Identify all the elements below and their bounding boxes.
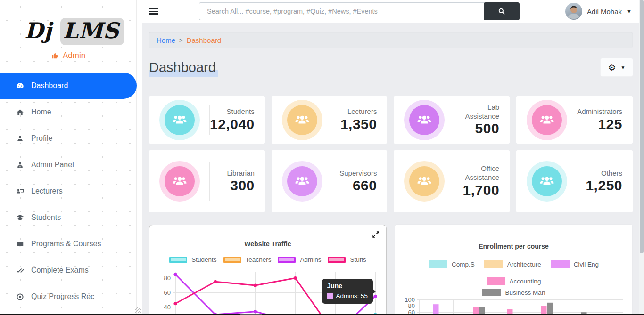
target-icon <box>16 292 25 301</box>
enrollment-card: Enrollment per course Comp.S Architectur… <box>395 225 632 315</box>
stat-value: 1,350 <box>332 116 377 132</box>
user-name: Adil Mohak <box>587 8 622 16</box>
sidebar-item-complete-exams[interactable]: Complete Exams <box>0 257 136 283</box>
breadcrumb: Home > Dashboard <box>149 32 633 48</box>
bar-chart-legend: Comp.S Architecture Civil Eng Accounting <box>402 260 625 285</box>
stat-label: Students <box>210 107 255 116</box>
legend-swatch <box>278 257 296 263</box>
sidebar-item-admin-panel[interactable]: Admin Panel <box>0 152 136 178</box>
stat-card-administrators: Administrators125 <box>516 96 633 144</box>
stat-card-others: Others1,250 <box>516 150 633 212</box>
legend-item[interactable]: Comp.S <box>429 260 475 268</box>
breadcrumb-current: Dashboard <box>187 36 221 44</box>
double-check-icon <box>16 266 25 275</box>
stat-label: Others <box>577 169 622 178</box>
sidebar-item-label: Dashboard <box>31 81 68 90</box>
sidebar-item-label: Admin Panel <box>31 161 74 169</box>
legend-item[interactable]: Teachers <box>223 256 272 263</box>
sidebar-item-label: Quiz Progress Rec <box>31 292 94 301</box>
stat-card-librarian: Librarian300 <box>149 150 265 212</box>
app-logo[interactable]: Dj LMS <box>0 0 136 43</box>
legend-item[interactable]: Business Man <box>482 289 545 296</box>
people-group-icon <box>171 173 188 190</box>
breadcrumb-home-link[interactable]: Home <box>157 36 175 44</box>
vertical-scrollbar-thumb[interactable] <box>640 0 644 253</box>
stat-label: Librarian <box>210 169 255 178</box>
stat-value: 660 <box>332 178 377 194</box>
legend-item[interactable]: Admins <box>278 256 321 263</box>
legend-item[interactable]: Accounting <box>487 277 541 285</box>
bar-chart-legend-row2: Business Man <box>402 289 625 296</box>
sidebar-item-programs-courses[interactable]: Programs & Courses <box>0 231 136 257</box>
user-menu[interactable]: Adil Mohak ▼ <box>565 3 632 20</box>
chevron-down-icon: ▼ <box>627 8 632 14</box>
legend-item[interactable]: Architecture <box>484 260 541 268</box>
sidebar-item-home[interactable]: Home <box>0 99 136 125</box>
legend-swatch <box>551 260 570 268</box>
book-icon <box>16 240 25 249</box>
stat-value: 300 <box>210 178 255 194</box>
stat-icon-halo <box>159 100 200 140</box>
avatar <box>565 3 582 20</box>
sidebar-item-label: Home <box>31 108 51 116</box>
stat-value: 12,040 <box>210 116 255 132</box>
line-chart-legend: Students Teachers Admins Stuffs <box>157 256 379 263</box>
people-group-icon <box>416 173 433 190</box>
tooltip-swatch <box>327 293 333 299</box>
logo-prefix: Dj <box>25 18 52 43</box>
search-input[interactable] <box>199 2 485 20</box>
stat-card-supervisors: Supervisors660 <box>272 150 388 212</box>
legend-item[interactable]: Civil Eng <box>551 260 599 268</box>
search-button[interactable] <box>484 2 520 20</box>
student-icon <box>16 213 25 222</box>
stat-icon-halo <box>527 161 567 202</box>
sidebar-item-label: Complete Exams <box>31 266 89 275</box>
sidebar-item-profile[interactable]: Profile <box>0 125 136 152</box>
website-traffic-card: Website Traffic Students Teachers Admins… <box>149 225 387 315</box>
main-content: Home > Dashboard Dashboard ⚙ ▼ Students1… <box>142 23 639 315</box>
sidebar-item-dashboard[interactable]: Dashboard <box>0 73 137 99</box>
stat-value: 1,250 <box>577 178 622 194</box>
sidebar-item-quiz-progress[interactable]: Quiz Progress Rec <box>0 283 136 310</box>
hamburger-menu-icon[interactable] <box>149 7 158 16</box>
people-group-icon <box>538 173 555 190</box>
gauge-icon <box>16 81 25 90</box>
people-group-icon <box>416 112 433 129</box>
sidebar-menu: Dashboard Home Profile Admin Panel Lectu… <box>0 73 136 310</box>
legend-swatch <box>429 260 447 268</box>
sidebar-item-label: Programs & Courses <box>31 240 101 248</box>
legend-swatch <box>169 257 187 263</box>
thumbs-up-icon <box>51 52 59 60</box>
sidebar: Dj LMS Admin Dashboard Home Profile Admi… <box>0 0 137 315</box>
stat-icon-halo <box>527 100 567 140</box>
sidebar-gutter <box>137 0 142 315</box>
tooltip-value: Admins: 55 <box>336 292 368 299</box>
stat-label: Lecturers <box>332 107 377 116</box>
search-icon <box>497 7 506 16</box>
stat-label: Office Assistance <box>454 164 499 182</box>
people-group-icon <box>294 112 311 129</box>
legend-item[interactable]: Stuffs <box>328 256 366 263</box>
sidebar-item-label: Students <box>31 213 61 222</box>
stat-card-office-assistance: Office Assistance1,700 <box>394 150 510 212</box>
role-badge: Admin <box>51 51 136 60</box>
legend-swatch <box>223 257 241 263</box>
search-bar <box>199 2 520 20</box>
sidebar-item-lecturers[interactable]: Lecturers <box>0 178 136 204</box>
topbar: Adil Mohak ▼ <box>142 0 644 23</box>
svg-text:60: 60 <box>164 289 171 296</box>
sidebar-item-students[interactable]: Students <box>0 204 136 231</box>
bar-chart: 100806040200 <box>402 298 626 315</box>
sidebar-resize-grip[interactable] <box>135 307 141 313</box>
chart-tooltip: June Admins: 55 <box>322 279 373 304</box>
stat-value: 500 <box>454 121 499 137</box>
legend-item[interactable]: Students <box>169 256 216 263</box>
role-label: Admin <box>63 51 85 60</box>
logo-highlight: LMS <box>60 18 124 45</box>
expand-icon[interactable] <box>371 230 380 239</box>
svg-text:80: 80 <box>164 275 171 282</box>
sidebar-item-label: Lecturers <box>31 187 63 195</box>
legend-swatch <box>484 260 503 268</box>
settings-button[interactable]: ⚙ ▼ <box>601 58 633 76</box>
stat-value: 1,700 <box>454 182 499 198</box>
